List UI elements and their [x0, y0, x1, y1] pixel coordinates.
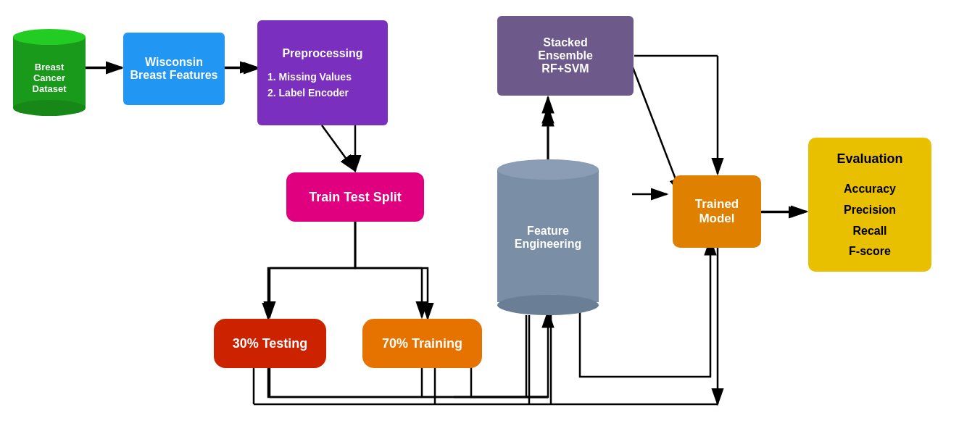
- arrow-stacked-to-trained2: [633, 67, 681, 194]
- breast-cancer-dataset-node: Breast Cancer Dataset: [13, 29, 86, 116]
- evaluation-title: Evaluation: [836, 147, 902, 170]
- fe-bottom-ellipse: [497, 295, 599, 315]
- stacked-ensemble-node: Stacked Ensemble RF+SVM: [497, 16, 634, 96]
- evaluation-node: Evaluation Accuracy Precision Recall F-s…: [808, 138, 931, 272]
- preprocessing-item1: 1. Missing Values: [267, 69, 352, 85]
- wisconsin-node: Wisconsin Breast Features: [123, 33, 225, 105]
- arrow-split-to-testing: [268, 221, 355, 319]
- train-test-split-label: Train Test Split: [309, 190, 402, 205]
- bcd-top-ellipse: [13, 29, 86, 45]
- fe-label: Feature Engineering: [515, 225, 581, 251]
- eval-accuracy: Accuracy: [844, 179, 896, 200]
- fe-top-ellipse: [497, 159, 599, 180]
- arr-pre-split: [322, 125, 355, 171]
- eval-recall: Recall: [852, 221, 886, 242]
- trained-model-node: Trained Model: [673, 175, 761, 248]
- arrow-split-to-training: [355, 221, 428, 319]
- arrow-training-to-fe-bottom: [471, 367, 548, 397]
- testing-node: 30% Testing: [214, 319, 326, 368]
- feature-engineering-node: Feature Engineering: [497, 159, 599, 315]
- testing-label: 30% Testing: [233, 336, 308, 351]
- eval-precision: Precision: [844, 200, 896, 221]
- preprocessing-item2: 2. Label Encoder: [267, 85, 349, 101]
- trained-model-label: Trained Model: [695, 197, 739, 226]
- preprocessing-title: Preprocessing: [267, 44, 378, 63]
- training-node: 70% Training: [362, 319, 482, 368]
- bcd-bottom-ellipse: [13, 100, 86, 116]
- train-test-split-node: Train Test Split: [286, 172, 424, 222]
- eval-fscore: F-score: [849, 241, 891, 262]
- preprocessing-node: Preprocessing 1. Missing Values 2. Label…: [257, 20, 388, 125]
- diagram: Breast Cancer Dataset Wisconsin Breast F…: [0, 0, 980, 426]
- training-label: 70% Training: [382, 336, 462, 351]
- bcd-body: Breast Cancer Dataset: [13, 37, 86, 108]
- bcd-label: Breast Cancer Dataset: [33, 62, 67, 94]
- stacked-ensemble-label: Stacked Ensemble RF+SVM: [538, 36, 593, 75]
- arrow-fe-to-trained: [580, 239, 710, 377]
- wisconsin-label: Wisconsin Breast Features: [130, 56, 218, 82]
